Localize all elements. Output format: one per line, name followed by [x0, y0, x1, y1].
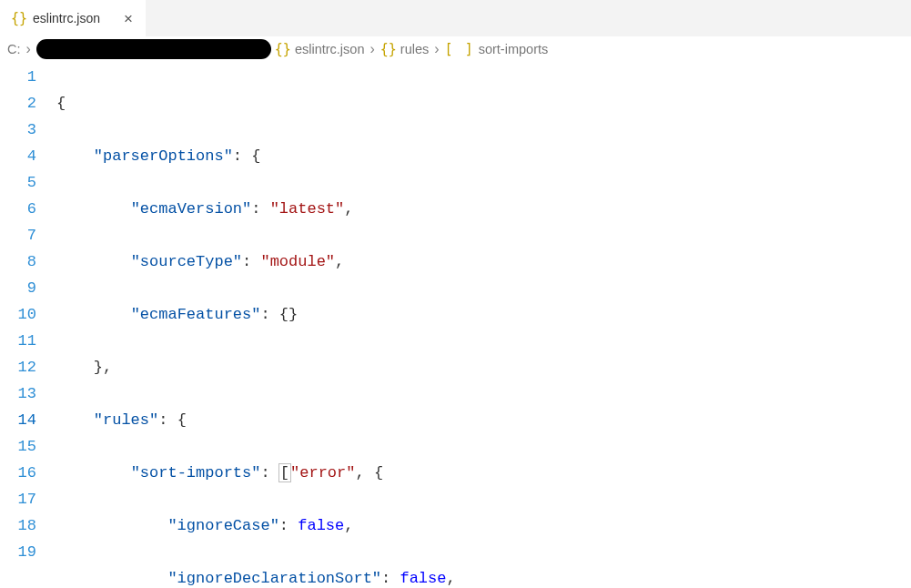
bracket-match-open: [ [278, 463, 291, 482]
line-number[interactable]: 6 [0, 196, 36, 222]
line-number-gutter: 1 2 3 4 5 6 7 8 9 10 11 12 13 14 15 16 1… [0, 62, 56, 588]
breadcrumb-drive[interactable]: C: [7, 42, 21, 56]
line-number[interactable]: 18 [0, 512, 36, 539]
line-number[interactable]: 13 [0, 380, 36, 407]
code-line[interactable]: "parserOptions": { [56, 143, 911, 169]
code-line[interactable]: "ecmaFeatures": {} [56, 301, 911, 328]
line-number[interactable]: 15 [0, 433, 36, 460]
close-tab-icon[interactable]: × [120, 11, 137, 26]
code-line[interactable]: "ignoreDeclarationSort": false, [56, 565, 911, 588]
code-line[interactable]: "rules": { [56, 407, 911, 433]
tab-eslintrc[interactable]: {} eslintrc.json × [0, 0, 146, 36]
line-number[interactable]: 1 [0, 64, 36, 90]
breadcrumb-file[interactable]: eslintrc.json [295, 42, 365, 56]
line-number[interactable]: 12 [0, 354, 36, 380]
breadcrumb-rules[interactable]: rules [400, 42, 429, 56]
line-number[interactable]: 19 [0, 539, 36, 565]
breadcrumb-redacted-path [36, 39, 271, 59]
array-icon: [ ] [445, 41, 475, 57]
line-number[interactable]: 3 [0, 117, 36, 143]
code-line[interactable]: }, [56, 354, 911, 380]
line-number[interactable]: 14 [0, 407, 36, 433]
code-line[interactable]: "sort-imports": ["error", { [56, 460, 911, 486]
line-number[interactable]: 17 [0, 486, 36, 512]
line-number[interactable]: 10 [0, 301, 36, 328]
code-editor[interactable]: 1 2 3 4 5 6 7 8 9 10 11 12 13 14 15 16 1… [0, 62, 911, 588]
chevron-right-icon: › [368, 41, 376, 57]
breadcrumbs[interactable]: C: › {} eslintrc.json › {} rules › [ ] s… [0, 36, 911, 62]
code-line[interactable]: "sourceType": "module", [56, 248, 911, 275]
code-line[interactable]: "ecmaVersion": "latest", [56, 196, 911, 222]
line-number[interactable]: 9 [0, 275, 36, 301]
tab-bar: {} eslintrc.json × [0, 0, 911, 36]
line-number[interactable]: 8 [0, 248, 36, 275]
line-number[interactable]: 16 [0, 460, 36, 486]
json-file-icon: {} [11, 10, 27, 26]
code-line[interactable]: { [56, 90, 911, 117]
tab-filename: eslintrc.json [33, 11, 100, 25]
code-line[interactable]: "ignoreCase": false, [56, 512, 911, 539]
chevron-right-icon: › [25, 41, 33, 57]
json-file-icon: {} [275, 41, 291, 57]
object-icon: {} [380, 41, 397, 57]
line-number[interactable]: 7 [0, 222, 36, 248]
chevron-right-icon: › [432, 41, 440, 57]
line-number[interactable]: 5 [0, 169, 36, 196]
line-number[interactable]: 11 [0, 328, 36, 354]
code-area[interactable]: { "parserOptions": { "ecmaVersion": "lat… [56, 62, 911, 588]
line-number[interactable]: 4 [0, 143, 36, 169]
breadcrumb-sort-imports[interactable]: sort-imports [479, 42, 549, 56]
line-number[interactable]: 2 [0, 90, 36, 117]
